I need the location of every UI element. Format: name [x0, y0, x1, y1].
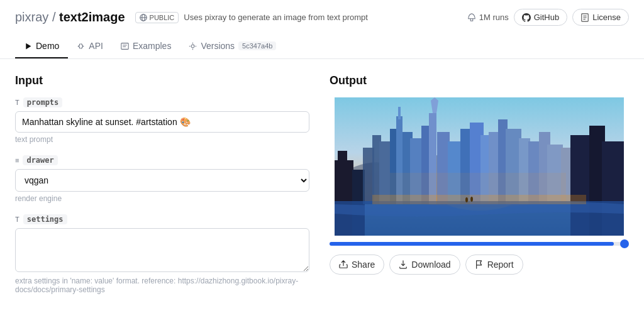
settings-field-group: T settings extra settings in 'name: valu… [15, 214, 309, 294]
tabs: Demo API Examples Versions 5c347a4b [15, 32, 629, 58]
rocket-icon [467, 13, 476, 22]
progress-fill [330, 242, 614, 246]
prompts-label: T prompts [15, 97, 309, 107]
output-image [330, 97, 629, 236]
examples-icon [121, 42, 129, 50]
output-panel: Output [330, 74, 629, 305]
drawer-select[interactable]: vqgan pixel clipdraw line_sketch [15, 169, 309, 192]
settings-type-icon: T [15, 216, 19, 223]
repo-name: text2image [59, 10, 125, 24]
license-icon [580, 13, 589, 22]
prompts-hint: text prompt [15, 135, 309, 144]
prompts-input[interactable] [15, 111, 309, 133]
tab-examples[interactable]: Examples [112, 35, 180, 58]
prompts-field-group: T prompts text prompt [15, 97, 309, 144]
share-label: Share [352, 260, 375, 270]
prompts-type-icon: T [15, 99, 19, 106]
github-button[interactable]: GitHub [514, 9, 567, 26]
runs-count: 1M runs [479, 13, 509, 22]
github-icon [522, 13, 531, 22]
download-icon [399, 260, 408, 269]
download-label: Download [411, 260, 450, 270]
header-actions: 1M runs GitHub License [467, 9, 629, 26]
svg-point-11 [191, 45, 194, 48]
tab-examples-label: Examples [133, 41, 171, 51]
public-badge: PUBLIC [135, 12, 179, 23]
globe-icon [140, 14, 147, 21]
settings-textarea[interactable] [15, 228, 309, 272]
settings-hint: extra settings in 'name: value' format. … [15, 276, 309, 294]
svg-rect-50 [372, 195, 586, 204]
input-title: Input [15, 74, 309, 87]
play-icon [24, 42, 32, 50]
license-label: License [592, 13, 621, 22]
settings-name: settings [23, 214, 67, 224]
flag-icon [475, 260, 484, 269]
header-meta: PUBLIC Uses pixray to generate an image … [135, 12, 368, 23]
drawer-field-group: ≡ drawer vqgan pixel clipdraw line_sketc… [15, 155, 309, 203]
header-description: Uses pixray to generate an image from te… [184, 13, 368, 22]
tab-api-label: API [89, 41, 103, 51]
progress-bar-container [330, 242, 629, 246]
tab-versions-label: Versions [201, 41, 235, 51]
drawer-name: drawer [23, 155, 57, 165]
page-title: pixray / text2image [15, 10, 125, 25]
prompts-name: prompts [23, 97, 63, 107]
public-label: PUBLIC [150, 14, 175, 21]
tab-demo[interactable]: Demo [15, 35, 68, 58]
main-content: Input T prompts text prompt ≡ drawer vqg… [0, 59, 644, 320]
drawer-label: ≡ drawer [15, 155, 309, 165]
input-panel: Input T prompts text prompt ≡ drawer vqg… [15, 74, 330, 305]
tab-demo-label: Demo [36, 41, 59, 51]
github-label: GitHub [534, 13, 559, 22]
report-button[interactable]: Report [465, 255, 523, 275]
output-image-container [330, 97, 629, 236]
runs-badge: 1M runs [467, 13, 509, 22]
license-button[interactable]: License [572, 9, 629, 26]
progress-thumb [620, 239, 629, 248]
share-icon [339, 260, 348, 269]
tab-versions[interactable]: Versions 5c347a4b [180, 35, 285, 58]
tab-api[interactable]: API [68, 35, 112, 58]
api-icon [77, 42, 85, 50]
separator: / [52, 10, 59, 24]
drawer-hint: render engine [15, 194, 309, 203]
skyline-illustration [330, 97, 629, 236]
report-label: Report [487, 260, 514, 270]
progress-track [330, 242, 629, 246]
svg-rect-18 [338, 151, 347, 173]
versions-icon [189, 42, 197, 50]
share-button[interactable]: Share [330, 255, 384, 275]
svg-rect-24 [398, 107, 401, 119]
version-badge: 5c347a4b [238, 41, 276, 50]
output-actions: Share Download Report [330, 255, 629, 275]
download-button[interactable]: Download [389, 255, 460, 275]
svg-rect-8 [121, 43, 128, 49]
header-top: pixray / text2image PUBLIC Uses pixray t… [15, 9, 629, 32]
org-name: pixray [15, 10, 48, 24]
output-title: Output [330, 74, 629, 87]
drawer-type-icon: ≡ [15, 156, 19, 164]
header: pixray / text2image PUBLIC Uses pixray t… [0, 0, 644, 59]
svg-marker-7 [26, 43, 31, 49]
settings-label: T settings [15, 214, 309, 224]
